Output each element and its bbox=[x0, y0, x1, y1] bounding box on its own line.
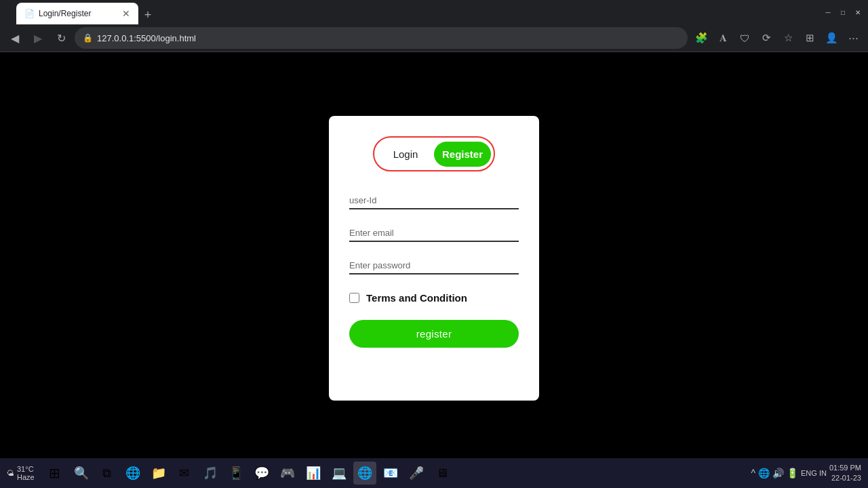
title-bar: 📄 Login/Register ✕ + ─ □ ✕ bbox=[0, 0, 868, 24]
system-tray: ^ 🌐 🔊 🔋 ENG IN bbox=[751, 468, 826, 479]
terms-label: Terms and Condition bbox=[366, 292, 467, 304]
url-text: 127.0.0.1:5500/login.html bbox=[97, 33, 196, 43]
shield-icon[interactable]: 🛡 bbox=[735, 28, 754, 47]
app8-taskbar-icon[interactable]: 🎤 bbox=[405, 462, 428, 485]
email-input-group bbox=[349, 224, 519, 242]
email-input[interactable] bbox=[349, 224, 519, 242]
tray-chevron[interactable]: ^ bbox=[751, 468, 755, 479]
reader-mode-icon[interactable]: 𝐀 bbox=[713, 28, 732, 47]
weather-temp: 31°C bbox=[17, 465, 35, 473]
search-taskbar-button[interactable]: 🔍 bbox=[70, 462, 93, 485]
login-register-toggle: Login Register bbox=[373, 136, 495, 171]
clock-time: 01:59 PM bbox=[829, 463, 861, 473]
app5-taskbar-icon[interactable]: 📊 bbox=[302, 462, 325, 485]
clock-date: 22-01-23 bbox=[829, 473, 861, 483]
reload-icon[interactable]: ⟳ bbox=[757, 28, 776, 47]
weather-icon: 🌤 bbox=[7, 469, 14, 477]
explorer-taskbar-icon[interactable]: 📁 bbox=[147, 462, 170, 485]
password-input-group bbox=[349, 257, 519, 274]
taskbar: 🌤 31°C Haze ⊞ 🔍 ⧉ 🌐 📁 ✉ 🎵 📱 💬 🎮 📊 💻 🌐 📧 … bbox=[0, 458, 868, 488]
extensions-icon[interactable]: 🧩 bbox=[692, 28, 711, 47]
system-clock[interactable]: 01:59 PM 22-01-23 bbox=[829, 463, 861, 484]
register-button[interactable]: register bbox=[349, 320, 519, 348]
main-content-area: Login Register Terms and Condition regis… bbox=[0, 52, 868, 464]
minimize-button[interactable]: ─ bbox=[823, 7, 833, 17]
tray-volume-icon[interactable]: 🔊 bbox=[772, 468, 784, 479]
app2-taskbar-icon[interactable]: 📱 bbox=[224, 462, 248, 485]
language-region: ENG IN bbox=[801, 469, 827, 477]
new-tab-button[interactable]: + bbox=[138, 5, 157, 24]
browser-chrome: 📄 Login/Register ✕ + ─ □ ✕ ◀ ▶ ↻ 🔒 127.0… bbox=[0, 0, 868, 52]
profile-icon[interactable]: 👤 bbox=[822, 28, 841, 47]
tab-bar: 📄 Login/Register ✕ + bbox=[11, 0, 818, 24]
forward-button[interactable]: ▶ bbox=[28, 28, 47, 47]
userid-input-group bbox=[349, 192, 519, 209]
lock-icon: 🔒 bbox=[83, 33, 93, 43]
app6-taskbar-icon[interactable]: 💻 bbox=[328, 462, 351, 485]
address-bar-row: ◀ ▶ ↻ 🔒 127.0.0.1:5500/login.html 🧩 𝐀 🛡 … bbox=[0, 24, 868, 52]
browser-taskbar-icon[interactable]: 🌐 bbox=[353, 462, 376, 485]
active-tab[interactable]: 📄 Login/Register ✕ bbox=[16, 3, 138, 24]
menu-icon[interactable]: ⋯ bbox=[844, 28, 863, 47]
window-action-controls: ─ □ ✕ bbox=[823, 7, 863, 17]
password-input[interactable] bbox=[349, 257, 519, 274]
login-tab[interactable]: Login bbox=[377, 143, 434, 165]
close-window-button[interactable]: ✕ bbox=[853, 7, 863, 17]
app4-taskbar-icon[interactable]: 🎮 bbox=[276, 462, 299, 485]
start-button[interactable]: ⊞ bbox=[43, 461, 67, 485]
address-bar[interactable]: 🔒 127.0.0.1:5500/login.html bbox=[75, 27, 688, 49]
tray-network-icon[interactable]: 🌐 bbox=[758, 468, 770, 479]
tray-battery-icon[interactable]: 🔋 bbox=[787, 468, 798, 479]
app1-taskbar-icon[interactable]: 🎵 bbox=[199, 462, 222, 485]
refresh-button[interactable]: ↻ bbox=[52, 28, 71, 47]
userid-input[interactable] bbox=[349, 192, 519, 209]
collections-icon[interactable]: ⊞ bbox=[800, 28, 819, 47]
tab-title: Login/Register bbox=[39, 9, 118, 18]
app7-taskbar-icon[interactable]: 📧 bbox=[379, 462, 402, 485]
terms-row: Terms and Condition bbox=[349, 292, 519, 304]
edge-taskbar-icon[interactable]: 🌐 bbox=[121, 462, 144, 485]
app9-taskbar-icon[interactable]: 🖥 bbox=[431, 462, 454, 485]
tab-favicon: 📄 bbox=[24, 9, 35, 18]
weather-widget: 🌤 31°C Haze bbox=[7, 465, 35, 481]
login-register-card: Login Register Terms and Condition regis… bbox=[329, 116, 539, 401]
tab-close-button[interactable]: ✕ bbox=[122, 8, 130, 19]
terms-checkbox[interactable] bbox=[349, 293, 359, 303]
favorites-icon[interactable]: ☆ bbox=[778, 28, 797, 47]
back-button[interactable]: ◀ bbox=[5, 28, 24, 47]
mail-taskbar-icon[interactable]: ✉ bbox=[173, 462, 196, 485]
register-tab[interactable]: Register bbox=[434, 142, 491, 167]
app3-taskbar-icon[interactable]: 💬 bbox=[250, 462, 273, 485]
weather-condition: Haze bbox=[17, 473, 35, 481]
taskview-button[interactable]: ⧉ bbox=[96, 462, 119, 485]
toolbar-icons: 🧩 𝐀 🛡 ⟳ ☆ ⊞ 👤 ⋯ bbox=[692, 28, 863, 47]
maximize-button[interactable]: □ bbox=[838, 7, 848, 17]
